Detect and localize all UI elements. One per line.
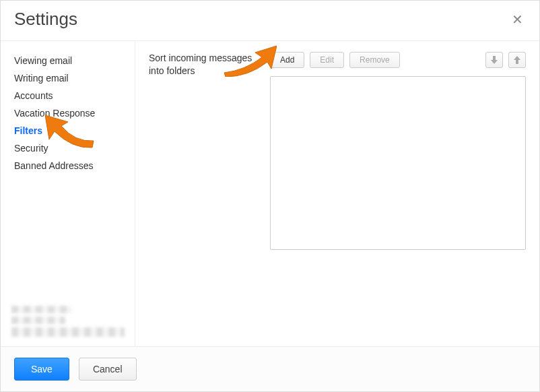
sidebar-item-security[interactable]: Security [1, 139, 135, 157]
sidebar-item-label: Accounts [14, 90, 53, 101]
settings-modal: Settings ✕ Viewing email Writing email A… [0, 0, 540, 392]
section-label: Sort incoming messages into folders [149, 52, 270, 77]
filters-toolbar: Add Edit Remove [270, 52, 526, 68]
settings-sidebar: Viewing email Writing email Accounts Vac… [1, 41, 135, 346]
filters-listbox[interactable] [270, 76, 526, 250]
redacted-line [11, 327, 125, 337]
modal-footer: Save Cancel [1, 346, 539, 391]
save-button[interactable]: Save [14, 358, 69, 381]
modal-title: Settings [14, 9, 77, 30]
sidebar-item-label: Viewing email [14, 55, 72, 66]
add-button[interactable]: Add [270, 52, 304, 68]
arrow-up-icon [514, 56, 520, 64]
cancel-button[interactable]: Cancel [79, 358, 137, 381]
close-icon[interactable]: ✕ [509, 10, 526, 29]
sidebar-account-info [1, 298, 135, 346]
sidebar-item-accounts[interactable]: Accounts [1, 87, 135, 104]
filters-row: Sort incoming messages into folders Add … [149, 52, 526, 250]
sidebar-item-label: Security [14, 143, 48, 154]
sidebar-item-label: Filters [14, 125, 42, 136]
sidebar-item-label: Banned Addresses [14, 160, 94, 171]
sidebar-item-viewing-email[interactable]: Viewing email [1, 52, 135, 69]
sidebar-list: Viewing email Writing email Accounts Vac… [1, 52, 135, 298]
modal-header: Settings ✕ [1, 1, 539, 40]
edit-button[interactable]: Edit [310, 52, 344, 68]
sidebar-item-label: Vacation Response [14, 108, 95, 119]
arrow-down-icon [491, 56, 498, 64]
modal-content: Viewing email Writing email Accounts Vac… [1, 40, 539, 346]
sidebar-item-filters[interactable]: Filters [1, 122, 135, 139]
redacted-line [11, 306, 72, 313]
remove-button[interactable]: Remove [349, 52, 400, 68]
redacted-line [11, 317, 65, 324]
sidebar-item-label: Writing email [14, 73, 69, 84]
sidebar-item-vacation-response[interactable]: Vacation Response [1, 104, 135, 122]
filters-controls: Add Edit Remove [270, 52, 526, 250]
move-up-button[interactable] [508, 52, 526, 68]
sidebar-item-writing-email[interactable]: Writing email [1, 69, 135, 87]
move-down-button[interactable] [485, 52, 503, 68]
settings-panel: Sort incoming messages into folders Add … [135, 41, 539, 346]
sidebar-item-banned-addresses[interactable]: Banned Addresses [1, 157, 135, 174]
